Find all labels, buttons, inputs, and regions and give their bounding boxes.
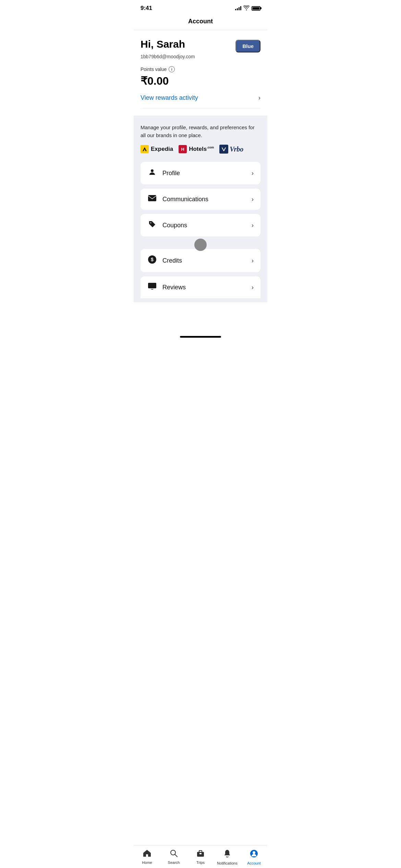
hotels-logo: H bbox=[179, 145, 187, 153]
reviews-icon bbox=[147, 282, 157, 292]
svg-point-5 bbox=[150, 222, 151, 224]
communications-label: Communications bbox=[162, 196, 208, 203]
greeting-text: Hi, Sarah bbox=[141, 38, 185, 50]
svg-rect-2 bbox=[221, 146, 227, 152]
status-time: 9:41 bbox=[141, 5, 152, 12]
svg-rect-4 bbox=[148, 195, 156, 201]
hotels-name: Hotels.com bbox=[189, 146, 214, 153]
points-label-text: Points value bbox=[141, 67, 167, 72]
dollar-icon: $ bbox=[147, 255, 157, 266]
points-value: ₹0.00 bbox=[141, 74, 260, 87]
credits-label: Credits bbox=[162, 257, 182, 264]
mail-icon bbox=[147, 195, 157, 204]
expedia-name: Expedia bbox=[151, 146, 173, 153]
brands-description: Manage your profile, rewards, and prefer… bbox=[141, 124, 260, 139]
vrbo-brand: Vrbo bbox=[219, 145, 243, 154]
home-bar bbox=[180, 336, 221, 338]
expedia-logo bbox=[141, 145, 149, 153]
coupons-chevron-icon: › bbox=[252, 222, 254, 229]
rewards-link-row[interactable]: View rewards activity › bbox=[141, 94, 260, 109]
communications-chevron-icon: › bbox=[252, 196, 254, 203]
menu-list: Profile › Communications › bbox=[141, 162, 260, 298]
expedia-brand: Expedia bbox=[141, 145, 173, 153]
rewards-link[interactable]: View rewards activity bbox=[141, 94, 198, 101]
svg-rect-8 bbox=[148, 283, 156, 288]
signal-bars bbox=[235, 6, 241, 10]
tag-icon bbox=[147, 220, 157, 230]
profile-chevron-icon: › bbox=[252, 170, 254, 177]
user-email: 1bb79b6d@moodjoy.com bbox=[141, 54, 260, 59]
menu-item-credits[interactable]: $ Credits › bbox=[141, 249, 260, 272]
blue-badge-button[interactable]: Blue bbox=[235, 40, 260, 52]
points-label-row: Points value i bbox=[141, 66, 260, 72]
reviews-chevron-icon: › bbox=[252, 284, 254, 291]
info-icon[interactable]: i bbox=[169, 66, 175, 72]
battery-icon bbox=[252, 6, 260, 11]
gray-section: Manage your profile, rewards, and prefer… bbox=[134, 116, 267, 302]
status-icons bbox=[235, 5, 260, 11]
vrbo-logo bbox=[219, 145, 228, 154]
wifi-icon bbox=[243, 5, 250, 11]
svg-point-3 bbox=[151, 169, 154, 172]
coupons-label: Coupons bbox=[162, 222, 187, 229]
page-title: Account bbox=[188, 18, 213, 25]
svg-text:$: $ bbox=[151, 257, 154, 262]
profile-label: Profile bbox=[162, 170, 180, 177]
person-icon bbox=[147, 168, 157, 178]
menu-item-coupons[interactable]: Coupons › bbox=[141, 214, 260, 237]
page-header: Account bbox=[134, 14, 267, 30]
brands-row: Expedia H Hotels.com Vrbo bbox=[141, 145, 260, 154]
rewards-chevron-icon: › bbox=[258, 94, 260, 101]
status-bar: 9:41 bbox=[134, 0, 267, 14]
reviews-label: Reviews bbox=[162, 284, 186, 291]
hotels-brand: H Hotels.com bbox=[179, 145, 214, 153]
credits-chevron-icon: › bbox=[252, 257, 254, 264]
vrbo-name: Vrbo bbox=[230, 145, 243, 153]
profile-section: Hi, Sarah Blue 1bb79b6d@moodjoy.com Poin… bbox=[134, 30, 267, 116]
greeting-row: Hi, Sarah Blue bbox=[141, 38, 260, 52]
menu-item-communications[interactable]: Communications › bbox=[141, 189, 260, 210]
menu-item-profile[interactable]: Profile › bbox=[141, 162, 260, 184]
menu-item-reviews[interactable]: Reviews › bbox=[141, 276, 260, 298]
